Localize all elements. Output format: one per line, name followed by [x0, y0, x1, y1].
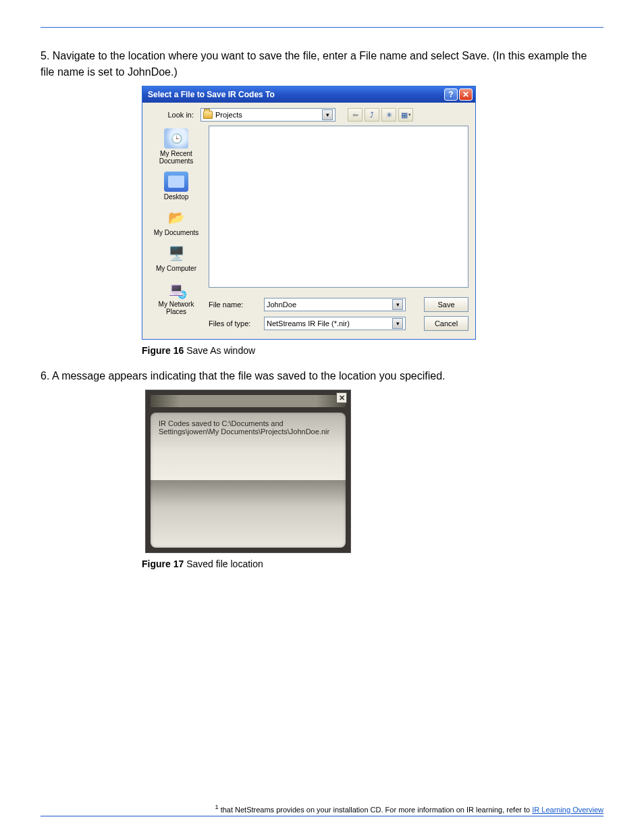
footnote-link[interactable]: IR Learning Overview: [532, 806, 603, 814]
chevron-down-icon[interactable]: ▾: [392, 299, 403, 310]
look-in-select[interactable]: Projects ▾: [200, 108, 336, 122]
notification-message: IR Codes saved to C:\Documents and Setti…: [159, 419, 338, 436]
step-6-text: 6. A message appears indicating that the…: [41, 368, 603, 384]
dialog-titlebar: Select a File to Save IR Codes To ? ✕: [142, 86, 475, 103]
footer-rule: [41, 816, 603, 816]
file-type-value: NetStreams IR File (*.nir): [267, 319, 350, 328]
chevron-down-icon[interactable]: ▾: [322, 109, 333, 120]
header-rule: [41, 27, 603, 28]
footnote: 1 that NetStreams provides on your insta…: [215, 804, 603, 814]
place-label: My Documents: [149, 229, 203, 236]
folder-icon: [203, 111, 213, 119]
place-my-network[interactable]: My Network Places: [149, 276, 203, 318]
my-computer-icon: [164, 243, 188, 263]
figure-16-text: Save As window: [184, 345, 255, 356]
new-folder-button[interactable]: ✳: [381, 108, 396, 122]
views-button[interactable]: ▦▾: [398, 108, 413, 122]
place-label: My Computer: [149, 265, 203, 272]
file-name-input[interactable]: JohnDoe ▾: [264, 298, 406, 311]
file-type-label: Files of type:: [209, 319, 257, 328]
place-label: My Recent Documents: [149, 150, 203, 165]
look-in-label: Look in:: [149, 111, 196, 119]
save-button[interactable]: Save: [424, 297, 468, 312]
figure-16-number: Figure 16: [142, 345, 184, 356]
save-file-dialog: Select a File to Save IR Codes To ? ✕ Lo…: [142, 86, 476, 340]
figure-17-text: Saved file location: [184, 558, 263, 569]
file-list-pane[interactable]: [209, 126, 468, 288]
place-label: My Network Places: [149, 301, 203, 315]
my-documents-icon: [164, 207, 188, 228]
back-button: ⬅: [348, 108, 363, 122]
notification-titlebar[interactable]: ✕: [151, 395, 346, 407]
file-name-label: File name:: [209, 301, 257, 309]
recent-documents-icon: [164, 128, 188, 149]
footnote-ref: 1: [215, 804, 218, 810]
my-network-icon: [164, 279, 188, 299]
cancel-button[interactable]: Cancel: [424, 316, 468, 331]
close-icon[interactable]: ✕: [336, 392, 347, 403]
file-name-value: JohnDoe: [267, 301, 296, 309]
help-button[interactable]: ?: [444, 88, 458, 101]
up-one-level-button[interactable]: ⤴: [365, 108, 379, 122]
place-recent-documents[interactable]: My Recent Documents: [149, 126, 203, 167]
close-button[interactable]: ✕: [459, 88, 473, 101]
place-desktop[interactable]: Desktop: [149, 169, 203, 203]
desktop-icon: [164, 172, 188, 192]
figure-17-number: Figure 17: [142, 558, 184, 569]
notification-dialog: ✕ IR Codes saved to C:\Documents and Set…: [145, 390, 351, 553]
dialog-title: Select a File to Save IR Codes To: [148, 90, 275, 99]
place-my-computer[interactable]: My Computer: [149, 240, 203, 275]
place-label: Desktop: [149, 193, 203, 201]
place-my-documents[interactable]: My Documents: [149, 205, 203, 239]
look-in-value: Projects: [215, 111, 242, 119]
file-type-select[interactable]: NetStreams IR File (*.nir) ▾: [264, 317, 406, 330]
footnote-text: that NetStreams provides on your install…: [221, 806, 533, 814]
places-bar: My Recent Documents Desktop My Documents…: [149, 126, 203, 331]
step-5-text: 5. Navigate to the location where you wa…: [41, 48, 603, 80]
chevron-down-icon[interactable]: ▾: [392, 318, 403, 329]
